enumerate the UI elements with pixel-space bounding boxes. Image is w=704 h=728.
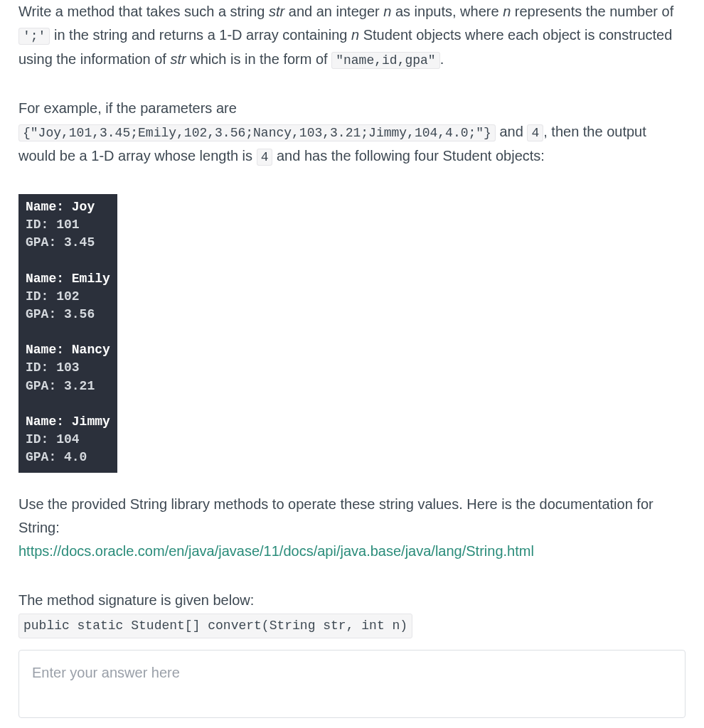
string-doc-link[interactable]: https://docs.oracle.com/en/java/javase/1… (18, 543, 534, 559)
code-four: 4 (257, 149, 273, 166)
answer-input[interactable] (18, 650, 686, 718)
instruction-paragraph-2: For example, if the parameters are {"Joy… (18, 97, 686, 168)
text: represents the number of (511, 4, 673, 19)
text: and has the following four Student objec… (272, 148, 544, 164)
text: in the string and returns a 1-D array co… (50, 27, 351, 43)
var-str: str (269, 4, 284, 19)
text: and an integer (284, 4, 383, 19)
instruction-paragraph-1: Write a method that takes such a string … (18, 0, 686, 71)
text: as inputs, where (391, 4, 503, 19)
var-str: str (170, 51, 186, 67)
code-example-input: {"Joy,101,3.45;Emily,102,3.56;Nancy,103,… (18, 124, 496, 141)
var-n: n (351, 27, 359, 43)
text: and (496, 124, 527, 139)
text: . (440, 51, 444, 67)
text: Use the provided String library methods … (18, 496, 654, 535)
instruction-paragraph-4: The method signature is given below: pub… (18, 589, 686, 639)
text: For example, if the parameters are (18, 100, 237, 116)
method-signature: public static Student[] convert(String s… (18, 614, 412, 639)
text: The method signature is given below: (18, 592, 254, 608)
var-n: n (383, 4, 391, 19)
var-n: n (503, 4, 511, 19)
code-semicolon: ';' (18, 28, 50, 45)
text: Write a method that takes such a string (18, 4, 269, 19)
text: which is in the form of (186, 51, 332, 67)
instruction-paragraph-3: Use the provided String library methods … (18, 493, 686, 563)
code-four: 4 (527, 124, 543, 141)
console-output: Name: Joy ID: 101 GPA: 3.45 Name: Emily … (18, 194, 117, 473)
code-format: "name,id,gpa" (331, 52, 439, 69)
